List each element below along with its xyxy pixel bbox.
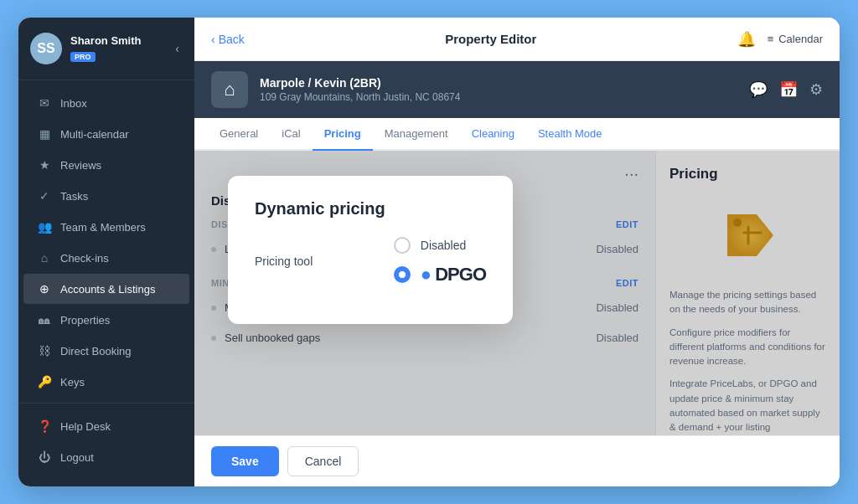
star-icon: ★: [37, 157, 52, 172]
tab-pricing[interactable]: Pricing: [313, 118, 373, 151]
tab-bar: General iCal Pricing Management Cleaning…: [194, 118, 840, 151]
top-bar-actions: 🔔 ≡ Calendar: [737, 30, 823, 49]
sidebar-item-label: Check-ins: [60, 252, 109, 265]
sidebar-item-label: Tasks: [60, 190, 88, 203]
sidebar-item-logout[interactable]: ⏻ Logout: [23, 442, 189, 472]
tab-stealth-mode[interactable]: Stealth Mode: [526, 118, 614, 151]
back-chevron-icon: ‹: [211, 33, 215, 46]
radio-disabled[interactable]: [394, 237, 411, 254]
sidebar-item-properties[interactable]: 🏘 Properties: [23, 305, 189, 335]
page-title: Property Editor: [245, 32, 737, 46]
booking-icon: ⛓: [37, 343, 52, 358]
user-name: Sharon Smith: [70, 34, 172, 48]
property-header: ⌂ Marpole / Kevin (2BR) 109 Gray Mountai…: [194, 61, 840, 118]
sidebar-item-label: Help Desk: [60, 420, 111, 433]
modal-title: Dynamic pricing: [255, 199, 486, 219]
back-button[interactable]: ‹ Back: [211, 33, 245, 46]
properties-icon: 🏘: [37, 312, 52, 327]
tab-general[interactable]: General: [208, 118, 270, 151]
avatar: SS: [30, 33, 62, 64]
sidebar-item-multi-calendar[interactable]: ▦ Multi-calendar: [23, 119, 189, 149]
main-content: ‹ Back Property Editor 🔔 ≡ Calendar ⌂ Ma…: [194, 18, 840, 486]
tab-ical[interactable]: iCal: [270, 118, 312, 151]
calendar-label: Calendar: [778, 33, 823, 45]
sidebar-header: SS Sharon Smith PRO ‹: [18, 18, 194, 80]
sidebar-nav: ✉ Inbox ▦ Multi-calendar ★ Reviews ✓ Tas…: [18, 80, 194, 403]
sidebar-item-label: Inbox: [60, 97, 87, 110]
property-info: Marpole / Kevin (2BR) 109 Gray Mountains…: [260, 76, 737, 103]
content-area: ··· Discounts, limits, fluctuation DISCO…: [194, 151, 840, 435]
sidebar-item-label: Direct Booking: [60, 345, 132, 357]
cancel-button[interactable]: Cancel: [287, 446, 359, 476]
pricing-tool-label: Pricing tool: [255, 255, 382, 268]
pricing-tool-row: Pricing tool Disabled ● DPGO: [255, 237, 486, 285]
property-name: Marpole / Kevin (2BR): [260, 76, 737, 90]
sidebar: SS Sharon Smith PRO ‹ ✉ Inbox ▦ Multi-ca…: [18, 18, 194, 486]
sidebar-item-label: Keys: [60, 376, 85, 388]
calendar-icon: ≡: [768, 33, 774, 45]
inbox-icon: ✉: [37, 95, 52, 111]
bottom-actions: Save Cancel: [194, 435, 840, 486]
sidebar-item-help[interactable]: ❓ Help Desk: [23, 411, 189, 441]
sidebar-item-tasks[interactable]: ✓ Tasks: [23, 181, 189, 211]
sidebar-collapse-icon[interactable]: ‹: [172, 39, 183, 59]
calendar-icon: ▦: [37, 126, 52, 141]
tasks-icon: ✓: [37, 188, 52, 203]
calendar-icon[interactable]: 📅: [779, 80, 798, 99]
sidebar-item-label: Multi-calendar: [60, 128, 129, 141]
settings-icon[interactable]: ⚙: [809, 80, 823, 99]
sidebar-item-label: Reviews: [60, 159, 101, 172]
sidebar-user: Sharon Smith PRO: [70, 34, 172, 63]
sidebar-item-team[interactable]: 👥 Team & Members: [23, 212, 189, 242]
tab-management[interactable]: Management: [373, 118, 460, 151]
option-disabled-label: Disabled: [421, 239, 466, 252]
accounts-icon: ⊕: [37, 281, 52, 296]
keys-icon: 🔑: [37, 374, 52, 389]
sidebar-item-label: Team & Members: [60, 221, 146, 234]
back-label: Back: [219, 33, 245, 46]
sidebar-footer: ❓ Help Desk ⏻ Logout: [18, 403, 194, 486]
team-icon: 👥: [37, 219, 52, 234]
dpgo-logo: ● DPGO: [421, 264, 486, 285]
property-actions: 💬 📅 ⚙: [749, 80, 823, 99]
message-icon[interactable]: 💬: [749, 80, 768, 99]
sidebar-item-label: Logout: [60, 451, 94, 464]
radio-dpgo[interactable]: [394, 266, 411, 283]
notification-icon[interactable]: 🔔: [737, 30, 756, 49]
sidebar-item-label: Accounts & Listings: [60, 283, 155, 296]
option-disabled[interactable]: Disabled: [394, 237, 486, 254]
sidebar-item-inbox[interactable]: ✉ Inbox: [23, 88, 189, 118]
logout-icon: ⏻: [37, 450, 52, 465]
calendar-button[interactable]: ≡ Calendar: [768, 33, 823, 45]
sidebar-item-label: Properties: [60, 314, 110, 327]
modal-overlay: Dynamic pricing Pricing tool Disabled: [194, 151, 840, 435]
sidebar-item-check-ins[interactable]: ⌂ Check-ins: [23, 243, 189, 273]
pro-badge: PRO: [70, 52, 96, 62]
sidebar-item-reviews[interactable]: ★ Reviews: [23, 150, 189, 180]
property-icon: ⌂: [211, 71, 248, 108]
sidebar-item-keys[interactable]: 🔑 Keys: [23, 367, 189, 397]
help-icon: ❓: [37, 419, 52, 434]
tab-cleaning[interactable]: Cleaning: [460, 118, 526, 151]
pricing-tool-options: Disabled ● DPGO: [394, 237, 486, 285]
checkin-icon: ⌂: [37, 250, 52, 265]
option-dpgo[interactable]: ● DPGO: [394, 264, 486, 285]
dynamic-pricing-modal: Dynamic pricing Pricing tool Disabled: [228, 176, 513, 324]
sidebar-item-accounts[interactable]: ⊕ Accounts & Listings: [23, 274, 189, 304]
property-address: 109 Gray Mountains, North Justin, NC 086…: [260, 91, 737, 103]
sidebar-item-direct-booking[interactable]: ⛓ Direct Booking: [23, 336, 189, 366]
top-bar: ‹ Back Property Editor 🔔 ≡ Calendar: [194, 18, 840, 61]
save-button[interactable]: Save: [211, 446, 279, 476]
